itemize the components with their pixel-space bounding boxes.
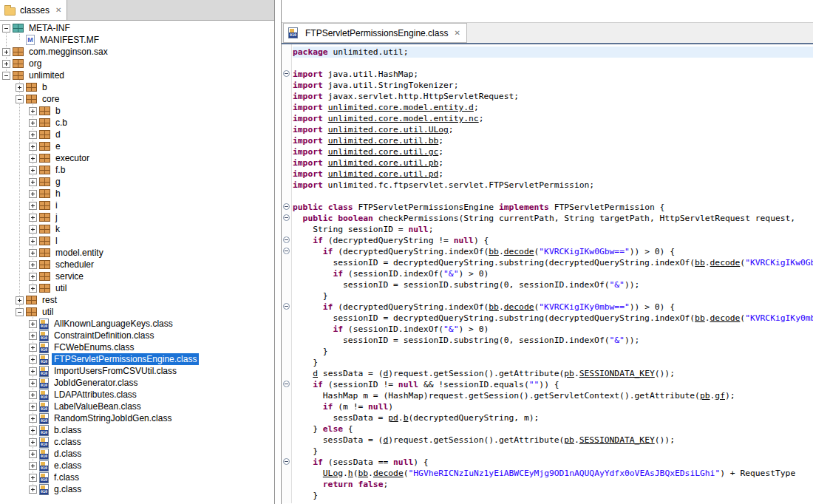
code-line[interactable]: }	[293, 490, 813, 501]
tree-item[interactable]: org	[0, 58, 274, 69]
code-line[interactable]: }	[293, 290, 813, 302]
tree-item[interactable]: executor	[0, 152, 274, 164]
code-link[interactable]: unlimited.core.model.entity.d	[328, 103, 474, 112]
code-line[interactable]: } else {	[293, 423, 813, 435]
code-link[interactable]: bb	[695, 313, 705, 323]
code-line[interactable]: sessionID = sessionID.substring(0, sessi…	[293, 279, 813, 290]
code-line[interactable]: sessData = pd.b(decryptedQueryString, m)…	[293, 412, 813, 423]
code-link[interactable]: unlimited.core.util.bb	[328, 136, 439, 146]
code-line[interactable]: import javax.servlet.http.HttpServletReq…	[293, 91, 813, 102]
code-line[interactable]: sessionID = decryptedQueryString.substri…	[293, 313, 813, 324]
fold-collapse-icon[interactable]	[283, 236, 290, 243]
code-line[interactable]: import unlimited.core.model.entity.nc;	[293, 113, 813, 124]
expand-icon[interactable]	[29, 415, 37, 423]
code-line[interactable]: }	[293, 357, 813, 368]
expand-icon[interactable]	[29, 426, 37, 435]
collapse-icon[interactable]	[2, 72, 10, 80]
code-line[interactable]: import unlimited.core.util.bb;	[293, 135, 813, 146]
code-line[interactable]: String sessionID = null;	[293, 224, 813, 235]
expand-icon[interactable]	[29, 119, 37, 127]
code-line[interactable]: package unlimited.util;	[293, 47, 813, 58]
tree-item[interactable]: 010b.class	[0, 424, 274, 436]
tree-item[interactable]: 010c.class	[0, 436, 274, 448]
code-line[interactable]: if (decryptedQueryString.indexOf(bb.deco…	[293, 246, 813, 257]
tree-item[interactable]: META-INF	[0, 22, 274, 34]
tree-item[interactable]: util	[0, 306, 274, 318]
tree-item[interactable]: scheduler	[0, 259, 274, 270]
tree-item[interactable]: 010g.class	[0, 483, 274, 495]
code-line[interactable]: import java.util.HashMap;	[293, 69, 813, 80]
fold-collapse-icon[interactable]	[283, 381, 290, 387]
code-line[interactable]: if (sessionID.indexOf("&") > 0)	[293, 268, 813, 279]
code-line[interactable]: import unlimited.fc.ftpservlet.servlet.F…	[293, 180, 813, 191]
code-line[interactable]	[293, 191, 813, 202]
tab-classes[interactable]: classes ✕	[0, 0, 67, 20]
tree-item[interactable]: core	[0, 93, 274, 105]
collapse-icon[interactable]	[2, 24, 10, 33]
code-link[interactable]: bb	[489, 247, 499, 256]
tree-item[interactable]: 010ConstraintDefinition.class	[0, 330, 274, 341]
expand-icon[interactable]	[29, 131, 37, 139]
tree-item[interactable]: f.b	[0, 164, 274, 176]
code-link[interactable]: d	[313, 369, 318, 378]
code-link[interactable]: decode	[373, 469, 404, 478]
code-link[interactable]: unlimited.core.util.ULog	[328, 125, 449, 134]
expand-icon[interactable]	[16, 84, 24, 92]
expand-icon[interactable]	[16, 296, 24, 304]
code-line[interactable]: if (m != null)	[293, 401, 813, 412]
code-link[interactable]: ULog	[323, 469, 343, 478]
tree-item[interactable]: 010JobIdGenerator.class	[0, 377, 274, 389]
expand-icon[interactable]	[29, 474, 37, 482]
expand-icon[interactable]	[29, 462, 37, 470]
expand-icon[interactable]	[29, 285, 37, 293]
expand-icon[interactable]	[29, 450, 37, 458]
tree-item[interactable]: e	[0, 140, 274, 152]
code-link[interactable]: pb	[564, 435, 574, 445]
expand-icon[interactable]	[2, 60, 10, 68]
code-line[interactable]: import java.util.StringTokenizer;	[293, 80, 813, 91]
expand-icon[interactable]	[29, 344, 37, 352]
tab-class-file[interactable]: 010 FTPServletPermissionsEngine.class ✕	[283, 23, 467, 43]
code-line[interactable]: return false;	[293, 479, 813, 490]
expand-icon[interactable]	[29, 107, 37, 115]
expand-icon[interactable]	[29, 438, 37, 446]
code-link[interactable]: unlimited.core.util.gc	[328, 147, 439, 157]
code-link[interactable]: SESSIONDATA_KEY	[579, 369, 655, 378]
code-link[interactable]: pd	[388, 413, 398, 423]
expand-icon[interactable]	[29, 273, 37, 281]
tree-item[interactable]: 010FCWebEnums.class	[0, 341, 274, 353]
tree-item[interactable]: 010RandomStringJobIdGen.class	[0, 412, 274, 424]
tree-item[interactable]: i	[0, 200, 274, 211]
expand-icon[interactable]	[29, 143, 37, 151]
tree-item[interactable]: d	[0, 129, 274, 140]
close-icon[interactable]: ✕	[454, 29, 460, 37]
tree-item[interactable]: b	[0, 105, 274, 117]
code-line[interactable]: import unlimited.core.util.gc;	[293, 146, 813, 157]
expand-icon[interactable]	[29, 320, 37, 328]
tree-item[interactable]: 010f.class	[0, 471, 274, 483]
code-line[interactable]: }	[293, 346, 813, 357]
code-line[interactable]: if (sessionID.indexOf("&") > 0)	[293, 324, 813, 335]
tree-item[interactable]: service	[0, 270, 274, 282]
code-link[interactable]: unlimited.core.util.pd	[328, 169, 439, 179]
code-link[interactable]: pb	[700, 391, 710, 401]
code-line[interactable]: import unlimited.core.util.pd;	[293, 168, 813, 180]
tree-item[interactable]: util	[0, 282, 274, 294]
code-link[interactable]: pb	[564, 369, 574, 378]
fold-collapse-icon[interactable]	[283, 303, 290, 310]
fold-collapse-icon[interactable]	[283, 214, 290, 221]
code-link[interactable]: bb	[358, 469, 368, 478]
expand-icon[interactable]	[29, 367, 37, 375]
tree-item[interactable]: j	[0, 211, 274, 223]
expand-icon[interactable]	[2, 48, 10, 56]
code-link[interactable]: decode	[504, 302, 534, 312]
code-link[interactable]: SESSIONDATA_KEY	[579, 435, 655, 445]
code-line[interactable]: import unlimited.core.util.pb;	[293, 157, 813, 168]
code-line[interactable]: import unlimited.core.util.ULog;	[293, 124, 813, 135]
tree-item[interactable]: 010LDAPAttributes.class	[0, 389, 274, 401]
expand-icon[interactable]	[29, 486, 37, 494]
tree-item[interactable]: rest	[0, 294, 274, 306]
code-link[interactable]: unlimited.core.util.pb	[328, 158, 439, 168]
expand-icon[interactable]	[29, 178, 37, 186]
code-line[interactable]: if (decryptedQueryString != null) {	[293, 235, 813, 246]
